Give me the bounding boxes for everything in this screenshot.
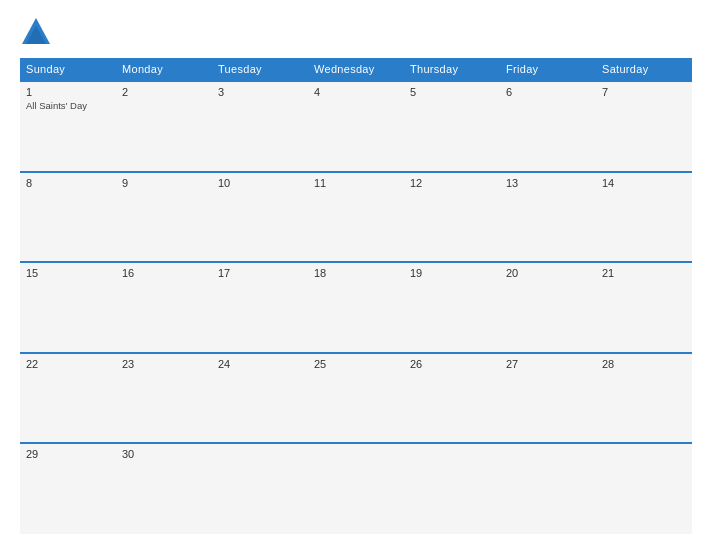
calendar-cell: 28: [596, 353, 692, 444]
calendar-cell: [404, 443, 500, 534]
day-number: 27: [506, 358, 590, 370]
page-header: [20, 16, 692, 48]
calendar-cell: 8: [20, 172, 116, 263]
calendar-header: SundayMondayTuesdayWednesdayThursdayFrid…: [20, 58, 692, 81]
calendar-week-5: 2930: [20, 443, 692, 534]
day-number: 24: [218, 358, 302, 370]
calendar-cell: 13: [500, 172, 596, 263]
day-header-sunday: Sunday: [20, 58, 116, 81]
calendar-cell: 6: [500, 81, 596, 172]
day-number: 20: [506, 267, 590, 279]
calendar-cell: 23: [116, 353, 212, 444]
day-number: 9: [122, 177, 206, 189]
day-number: 2: [122, 86, 206, 98]
day-number: 29: [26, 448, 110, 460]
calendar-cell: 3: [212, 81, 308, 172]
calendar-cell: 24: [212, 353, 308, 444]
day-number: 17: [218, 267, 302, 279]
day-number: 11: [314, 177, 398, 189]
calendar-cell: 20: [500, 262, 596, 353]
calendar-cell: 16: [116, 262, 212, 353]
calendar-cell: 5: [404, 81, 500, 172]
logo-icon: [20, 16, 52, 48]
calendar-cell: 7: [596, 81, 692, 172]
calendar-week-4: 22232425262728: [20, 353, 692, 444]
calendar-cell: 29: [20, 443, 116, 534]
calendar-cell: 19: [404, 262, 500, 353]
day-number: 23: [122, 358, 206, 370]
calendar-cell: 10: [212, 172, 308, 263]
days-of-week-row: SundayMondayTuesdayWednesdayThursdayFrid…: [20, 58, 692, 81]
day-number: 18: [314, 267, 398, 279]
calendar-cell: 21: [596, 262, 692, 353]
calendar-week-1: 1All Saints' Day234567: [20, 81, 692, 172]
day-number: 25: [314, 358, 398, 370]
calendar-cell: 12: [404, 172, 500, 263]
calendar-cell: 17: [212, 262, 308, 353]
day-number: 3: [218, 86, 302, 98]
calendar-cell: 25: [308, 353, 404, 444]
calendar-cell: 9: [116, 172, 212, 263]
day-number: 6: [506, 86, 590, 98]
day-number: 7: [602, 86, 686, 98]
calendar-body: 1All Saints' Day234567891011121314151617…: [20, 81, 692, 534]
logo: [20, 16, 54, 48]
day-number: 4: [314, 86, 398, 98]
day-header-saturday: Saturday: [596, 58, 692, 81]
day-number: 30: [122, 448, 206, 460]
calendar-cell: 27: [500, 353, 596, 444]
day-header-monday: Monday: [116, 58, 212, 81]
day-header-thursday: Thursday: [404, 58, 500, 81]
calendar-table: SundayMondayTuesdayWednesdayThursdayFrid…: [20, 58, 692, 534]
event-label: All Saints' Day: [26, 100, 110, 111]
calendar-week-2: 891011121314: [20, 172, 692, 263]
calendar-cell: 11: [308, 172, 404, 263]
day-number: 13: [506, 177, 590, 189]
day-header-friday: Friday: [500, 58, 596, 81]
day-number: 22: [26, 358, 110, 370]
day-number: 8: [26, 177, 110, 189]
calendar-cell: [212, 443, 308, 534]
calendar-cell: 1All Saints' Day: [20, 81, 116, 172]
calendar-cell: 4: [308, 81, 404, 172]
calendar-cell: [596, 443, 692, 534]
day-header-tuesday: Tuesday: [212, 58, 308, 81]
calendar-week-3: 15161718192021: [20, 262, 692, 353]
calendar-cell: 18: [308, 262, 404, 353]
day-number: 21: [602, 267, 686, 279]
day-number: 26: [410, 358, 494, 370]
day-number: 28: [602, 358, 686, 370]
calendar-cell: 15: [20, 262, 116, 353]
day-header-wednesday: Wednesday: [308, 58, 404, 81]
day-number: 1: [26, 86, 110, 98]
day-number: 19: [410, 267, 494, 279]
day-number: 5: [410, 86, 494, 98]
calendar-cell: [308, 443, 404, 534]
day-number: 12: [410, 177, 494, 189]
day-number: 16: [122, 267, 206, 279]
calendar-cell: 14: [596, 172, 692, 263]
calendar-cell: 30: [116, 443, 212, 534]
calendar-cell: 22: [20, 353, 116, 444]
day-number: 14: [602, 177, 686, 189]
calendar-cell: 26: [404, 353, 500, 444]
calendar-cell: 2: [116, 81, 212, 172]
calendar-cell: [500, 443, 596, 534]
day-number: 10: [218, 177, 302, 189]
day-number: 15: [26, 267, 110, 279]
